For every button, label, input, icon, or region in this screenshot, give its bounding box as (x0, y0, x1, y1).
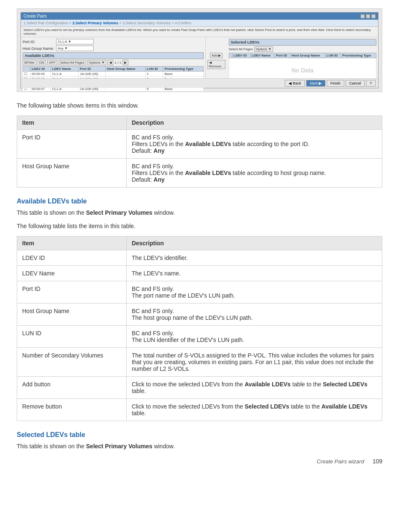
port-id-input[interactable]: CL1-A ▼ (56, 39, 94, 44)
page-title: Create Pairs wizard (317, 458, 364, 465)
col-ldev-name: LDEV Name (51, 67, 78, 72)
dialog-screenshot: Create Pairs — □ × 1.Select Pair Configu… (17, 8, 382, 92)
filter-button[interactable]: ⊟Filter (23, 60, 36, 65)
selected-ldevs-header: Selected LDEVs (229, 39, 376, 46)
options-button-right[interactable]: Options ▼ (254, 46, 274, 52)
item-host-group-name-2: Host Group Name (17, 303, 127, 326)
step4: 4.Confirm (175, 21, 191, 25)
items-table-2: Item Description LDEV ID The LDEV's iden… (17, 236, 382, 421)
step1: 1.Select Pair Configuration > (23, 21, 72, 25)
dialog-description: Select LDEVs you want to set as primary … (21, 27, 378, 37)
available-ldevs-bold-3: Available LDEVs (245, 381, 291, 388)
table1-col1-header: Item (17, 116, 127, 130)
item-ldev-id: LDEV ID (17, 250, 127, 266)
table-row: LDEV Name The LDEV's name. (17, 266, 382, 281)
dialog-footer: ◀ Back Next ▶ Finish Cancel ? (21, 78, 378, 88)
table-row: LDEV ID The LDEV's identifier. (17, 250, 382, 266)
section1-text1: This table is shown on the Select Primar… (17, 209, 382, 216)
desc-lun-id: BC and FS only. The LUN identifier of th… (126, 326, 382, 348)
select-all-button[interactable]: Select All Pages (59, 60, 86, 65)
available-ldevs-bold-2: Available LDEVs (185, 170, 231, 176)
col-hg-name-r: Host Group Name (290, 53, 325, 58)
col-ldev-name-r: LDEV Name (250, 53, 274, 58)
minimize-icon: — (361, 14, 365, 18)
default-any-2: Any (153, 176, 164, 183)
table-row: Host Group Name BC and FS only. Filters … (17, 159, 382, 188)
host-group-label: Host Group Name: (23, 46, 56, 51)
section1-text2: The following table lists the items in t… (17, 223, 382, 229)
close-icon: × (371, 14, 376, 18)
table2-col2-header: Description (126, 236, 382, 250)
dialog-right-panel: Selected LDEVs Select All Pages Options … (227, 37, 378, 84)
section2-text1: This table is shown on the Select Primar… (17, 443, 382, 450)
desc-remove-button: Click to move the selected LDEVs from th… (126, 399, 382, 421)
dialog-titlebar: Create Pairs — □ × (21, 13, 378, 20)
item-host-group-name: Host Group Name (17, 159, 127, 188)
host-group-row: Host Group Name: Any ▼ (23, 46, 204, 51)
port-id-label: Port ID: (23, 40, 56, 44)
step3: > 3.Select Secondary Volumes > (119, 21, 174, 25)
intro-text: The following table shows items in this … (17, 102, 382, 109)
table1-col2-header: Description (126, 116, 382, 130)
step2: 2.Select Primary Volumes (72, 21, 119, 25)
cancel-button[interactable]: Cancel (345, 80, 365, 87)
section2-heading: Selected LDEVs table (17, 431, 382, 439)
items-table-1: Item Description Port ID BC and FS only.… (17, 116, 382, 188)
col-check (23, 67, 31, 72)
table-row: LUN ID BC and FS only. The LUN identifie… (17, 326, 382, 348)
remove-button[interactable]: ◀ Remove (207, 60, 225, 69)
selected-ldevs-bold-1: Selected LDEVs (323, 381, 368, 388)
col-port-id-r: Port ID (275, 53, 290, 58)
table2-col1-header: Item (17, 236, 127, 250)
selected-ldevs-toolbar: Select All Pages Options ▼ (229, 46, 376, 52)
desc-port-id: BC and FS only. Filters LDEVs in the Ava… (126, 130, 382, 159)
select-primary-volumes-bold-1: Select Primary Volumes (86, 209, 152, 216)
off-button[interactable]: OFF (47, 60, 57, 65)
create-pairs-dialog: Create Pairs — □ × 1.Select Pair Configu… (20, 12, 379, 88)
add-button[interactable]: Add ▶ (210, 53, 223, 58)
dialog-body: Port ID: CL1-A ▼ Host Group Name: Any ▼ … (21, 37, 378, 84)
item-port-id: Port ID (17, 130, 127, 159)
on-button[interactable]: ON (38, 60, 46, 65)
page-number: 109 (373, 458, 382, 465)
table-row: ☐00:00:03CL1-A1A-G00 (00)2Basic (23, 72, 204, 77)
options-button[interactable]: Options ▼ (87, 60, 107, 65)
back-button[interactable]: ◀ Back (285, 80, 305, 87)
select-all-pages-label: Select All Pages (229, 47, 253, 51)
table-row: Remove button Click to move the selected… (17, 399, 382, 421)
desc-add-button: Click to move the selected LDEVs from th… (126, 377, 382, 399)
desc-ldev-id: The LDEV's identifier. (126, 250, 382, 266)
table-row: Port ID BC and FS only. Filters LDEVs in… (17, 130, 382, 159)
col-lun-id-r: LUN ID (325, 53, 341, 58)
desc-ldev-name: The LDEV's name. (126, 266, 382, 281)
item-remove-button: Remove button (17, 399, 127, 421)
desc-port-id-2: BC and FS only. The port name of the LDE… (126, 281, 382, 303)
desc-num-secondary-vols: The total number of S-VOLs assigned to t… (126, 348, 382, 377)
finish-button[interactable]: Finish (327, 80, 344, 87)
item-add-button: Add button (17, 377, 127, 399)
section1-heading: Available LDEVs table (17, 198, 382, 205)
col-check-r (229, 53, 232, 58)
next-page-button[interactable]: ▶ (123, 60, 128, 65)
available-ldevs-toolbar: ⊟Filter ON OFF Select All Pages Options … (23, 60, 204, 65)
available-ldevs-header: Available LDEVs (23, 52, 204, 59)
prev-page-button[interactable]: ◀ (107, 60, 113, 65)
page-indicator: 1 / 1 (115, 61, 121, 64)
item-num-secondary-vols: Number of Secondary Volumes (17, 348, 127, 377)
dialog-left-panel: Port ID: CL1-A ▼ Host Group Name: Any ▼ … (21, 37, 206, 84)
default-any-1: Any (153, 147, 164, 154)
page-footer: Create Pairs wizard 109 (17, 458, 382, 465)
table-row: ☐00:00:08CL1-A1A-G00 (00)6Basic (23, 92, 204, 93)
table-row: Add button Click to move the selected LD… (17, 377, 382, 399)
dialog-steps: 1.Select Pair Configuration > 2.Select P… (21, 20, 378, 27)
host-group-input[interactable]: Any ▼ (56, 46, 94, 51)
col-ldev-id: LDEV ID (30, 67, 51, 72)
col-ldev-id-r: LDEV ID (232, 53, 250, 58)
next-button[interactable]: Next ▶ (306, 80, 325, 87)
col-prov-type-r: Provisioning Type (341, 53, 376, 58)
maximize-icon: □ (366, 14, 370, 18)
selected-ldevs-bold-2: Selected LDEVs (245, 403, 289, 410)
col-lun-id: LUN ID (145, 67, 163, 72)
col-prov-type: Provisioning Type (163, 67, 203, 72)
help-button[interactable]: ? (366, 80, 376, 87)
